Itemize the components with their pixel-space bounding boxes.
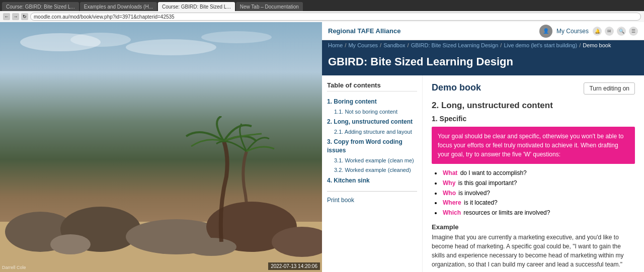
toc-divider: [327, 191, 417, 192]
sky-svg: [10, 27, 312, 67]
breadcrumb-livedemo[interactable]: Live demo (let's start building): [504, 42, 577, 48]
reload-button[interactable]: ↻: [21, 13, 28, 20]
keyword-why: Why is this goal important?: [442, 179, 635, 188]
my-courses-link[interactable]: My Courses: [556, 28, 589, 35]
toc-item-3-1[interactable]: 3.1. Worked example (clean me): [327, 156, 417, 165]
breadcrumb-mycourses[interactable]: My Courses: [348, 42, 378, 48]
course-banner: GBIRD: Bite Sized Learning Design: [322, 50, 644, 75]
section-title: 1. Specific: [432, 115, 635, 123]
example-section: Example Imagine that you are currently a…: [432, 223, 635, 269]
photo-credit: Darrell Cole: [2, 265, 26, 270]
breadcrumb-sep-5: /: [579, 42, 581, 48]
keyword-where: Where is it located?: [442, 199, 635, 207]
toc-item-3[interactable]: 3. Copy from Word coding issues: [327, 137, 417, 156]
book-main: Demo book Turn editing on 2. Long, unstr…: [423, 75, 644, 272]
svg-point-10: [50, 234, 91, 254]
keyword-what-word: What: [442, 169, 458, 176]
breadcrumb-sep-3: /: [408, 42, 409, 48]
highlight-text: Your goal should be clear and specific, …: [438, 133, 623, 158]
print-book-link[interactable]: Print book: [327, 197, 417, 204]
turn-editing-button[interactable]: Turn editing on: [584, 82, 635, 95]
forward-button[interactable]: →: [12, 13, 19, 20]
message-icon[interactable]: ✉: [605, 27, 614, 36]
keyword-where-word: Where: [442, 199, 462, 206]
search-icon[interactable]: 🔍: [617, 27, 626, 36]
timestamp: 2022-07-13 14:20:06: [268, 262, 320, 270]
book-content: Table of contents 1. Boring content 1.1.…: [322, 75, 644, 272]
browser-tabs: Course: GBIRD: Bite Sized L... Examples …: [0, 0, 644, 11]
keyword-who-word: Who: [442, 190, 457, 197]
toc-item-1-1[interactable]: 1.1. Not so boring content: [327, 107, 417, 117]
breadcrumb-home[interactable]: Home: [328, 42, 343, 48]
svg-point-2: [126, 39, 216, 55]
notification-icon[interactable]: 🔔: [593, 27, 602, 36]
toc-item-1[interactable]: 1. Boring content: [327, 97, 417, 107]
example-text: Imagine that you are currently a marketi…: [432, 233, 635, 269]
toc-item-3-2[interactable]: 3.2. Worked example (cleaned): [327, 165, 417, 175]
keyword-what: What do I want to accomplish?: [442, 169, 635, 177]
tab-4[interactable]: New Tab – Documentation: [236, 2, 303, 11]
chapter-title: 2. Long, unstructured content: [432, 101, 635, 111]
breadcrumb-sep-2: /: [380, 42, 381, 48]
toc-item-4[interactable]: 4. Kitchen sink: [327, 175, 417, 186]
keywords-list: What do I want to accomplish? Why is thi…: [432, 169, 635, 217]
moodle-logo: Regional TAFE Alliance: [328, 27, 400, 35]
back-button[interactable]: ←: [3, 13, 10, 20]
keyword-which: Which resources or limits are involved?: [442, 209, 635, 217]
highlight-block: Your goal should be clear and specific, …: [432, 127, 635, 164]
course-title: GBIRD: Bite Sized Learning Design: [328, 55, 638, 68]
tab-1[interactable]: Course: GBIRD: Bite Sized L...: [2, 2, 79, 11]
svg-point-3: [201, 31, 272, 43]
toc-item-2-1[interactable]: 2.1. Adding structure and layout: [327, 127, 417, 137]
toc-sidebar: Table of contents 1. Boring content 1.1.…: [322, 75, 423, 272]
example-label: Example: [432, 223, 635, 231]
book-header: Demo book Turn editing on: [432, 82, 635, 95]
tab-3-active[interactable]: Course: GBIRD: Bite Sized L...: [158, 2, 235, 11]
main-content: Darrell Cole 2022-07-13 14:20:06 Regiona…: [0, 22, 644, 272]
breadcrumb-sep-1: /: [345, 42, 346, 48]
breadcrumb-current: Demo book: [583, 42, 611, 48]
svg-point-1: [70, 33, 131, 47]
photo-panel: Darrell Cole 2022-07-13 14:20:06: [0, 22, 322, 272]
browser-toolbar: ← → ↻: [0, 11, 644, 22]
moodle-panel: Regional TAFE Alliance 👤 My Courses 🔔 ✉ …: [322, 22, 644, 272]
breadcrumb-sandbox[interactable]: Sandbox: [383, 42, 405, 48]
toc-item-2[interactable]: 2. Long, unstructured content: [327, 117, 417, 127]
palm-svg: [181, 116, 282, 242]
header-right: 👤 My Courses 🔔 ✉ 🔍 ☰: [539, 25, 638, 38]
avatar: 👤: [539, 25, 552, 38]
book-name: Demo book: [432, 82, 481, 93]
moodle-header: Regional TAFE Alliance 👤 My Courses 🔔 ✉ …: [322, 22, 644, 40]
breadcrumb-sep-4: /: [500, 42, 502, 48]
toc-title: Table of contents: [327, 81, 417, 92]
tab-2[interactable]: Examples and Downloads (H...: [80, 2, 157, 11]
address-bar[interactable]: [30, 13, 641, 21]
header-icons: 🔔 ✉ 🔍 ☰: [593, 27, 638, 36]
browser-chrome: Course: GBIRD: Bite Sized L... Examples …: [0, 0, 644, 22]
breadcrumb-gbird[interactable]: GBIRD: Bite Sized Learning Design: [411, 42, 499, 48]
menu-icon[interactable]: ☰: [629, 27, 638, 36]
keyword-who: Who is involved?: [442, 189, 635, 198]
keyword-which-word: Which: [442, 209, 462, 216]
breadcrumb: Home / My Courses / Sandbox / GBIRD: Bit…: [322, 40, 644, 50]
keyword-why-word: Why: [442, 179, 456, 187]
